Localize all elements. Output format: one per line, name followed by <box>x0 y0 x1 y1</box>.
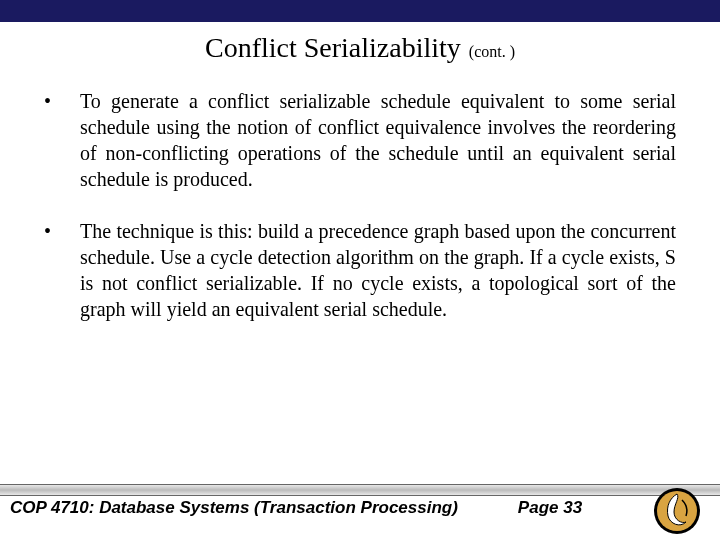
bullet-text: The technique is this: build a precedenc… <box>80 218 676 322</box>
school-logo-icon <box>652 486 702 536</box>
list-item: • The technique is this: build a precede… <box>44 218 676 322</box>
footer-stripe <box>0 484 720 496</box>
list-item: • To generate a conflict serializable sc… <box>44 88 676 192</box>
content-area: • To generate a conflict serializable sc… <box>0 64 720 322</box>
top-bar <box>0 0 720 22</box>
bullet-text: To generate a conflict serializable sche… <box>80 88 676 192</box>
footer: COP 4710: Database Systems (Transaction … <box>0 484 720 540</box>
slide-title-suffix: (cont. ) <box>469 43 515 60</box>
page-number: Page 33 <box>518 498 582 518</box>
title-block: Conflict Serializability (cont. ) <box>0 32 720 64</box>
slide-title: Conflict Serializability <box>205 32 461 63</box>
course-label: COP 4710: Database Systems (Transaction … <box>10 498 458 518</box>
footer-bar: COP 4710: Database Systems (Transaction … <box>0 496 720 540</box>
bullet-icon: • <box>44 88 80 192</box>
bullet-icon: • <box>44 218 80 322</box>
